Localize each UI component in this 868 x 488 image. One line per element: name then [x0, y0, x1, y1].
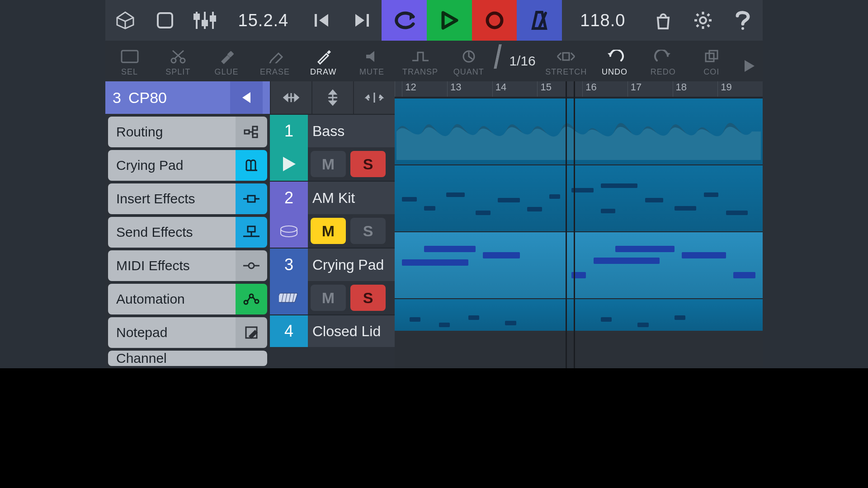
- midi-icon[interactable]: [236, 250, 267, 281]
- track-header-column: 1 Bass M S 2 AM Kit: [270, 81, 395, 368]
- inspector-instrument-row[interactable]: Crying Pad: [108, 150, 267, 181]
- project-menu-button[interactable]: [105, 0, 145, 41]
- loop-end-marker[interactable]: [574, 81, 575, 368]
- automation-icon[interactable]: [236, 284, 267, 314]
- quantize-value[interactable]: 1/16: [503, 53, 542, 77]
- select-tool[interactable]: SEL: [105, 46, 154, 77]
- svg-rect-4: [203, 21, 207, 25]
- svg-rect-2: [194, 14, 199, 19]
- stretch-tool[interactable]: STRETCH: [542, 46, 590, 77]
- svg-line-41: [253, 297, 255, 300]
- svg-rect-13: [122, 51, 138, 62]
- song-position[interactable]: 15.2.4: [225, 11, 302, 30]
- inspector-automation-row[interactable]: Automation: [108, 284, 267, 314]
- track-name[interactable]: AM Kit: [308, 182, 395, 214]
- inspector-channel-row[interactable]: Channel: [108, 351, 267, 366]
- play-tool[interactable]: [736, 55, 763, 77]
- transport-bar: 15.2.4 118.0: [105, 0, 763, 41]
- settings-button[interactable]: [683, 0, 723, 41]
- svg-line-16: [175, 51, 184, 59]
- svg-rect-26: [253, 127, 257, 130]
- svg-rect-27: [253, 134, 257, 137]
- horizontal-zoom-button[interactable]: [270, 81, 311, 114]
- copy-button[interactable]: COI: [687, 46, 736, 77]
- step-icon: [396, 46, 444, 67]
- stop-button[interactable]: [145, 0, 185, 41]
- split-tool[interactable]: SPLIT: [154, 46, 202, 77]
- track-play-icon[interactable]: [270, 147, 308, 181]
- svg-point-12: [741, 27, 744, 30]
- loop-start-marker[interactable]: [566, 81, 567, 368]
- inspector-send-effects-row[interactable]: Send Effects: [108, 217, 267, 248]
- insert-icon[interactable]: [236, 183, 267, 214]
- mute-button[interactable]: M: [311, 151, 346, 177]
- inspector-notepad-row[interactable]: Notepad: [108, 317, 267, 348]
- prev-marker-button[interactable]: [302, 0, 342, 41]
- svg-rect-29: [248, 196, 255, 202]
- lane-amkit[interactable]: [395, 164, 763, 231]
- loop-button[interactable]: [382, 0, 427, 41]
- toolbar-divider: [494, 44, 502, 69]
- redo-icon: [639, 46, 687, 67]
- redo-button[interactable]: REDO: [639, 46, 687, 77]
- record-button[interactable]: [472, 0, 517, 41]
- inspector-panel: 3 CP80 Routing Crying Pad Insert Effects…: [105, 81, 270, 368]
- track-header-2[interactable]: 2 AM Kit M S: [270, 181, 395, 248]
- next-marker-button[interactable]: [342, 0, 382, 41]
- track-name[interactable]: Closed Lid: [308, 315, 395, 347]
- glue-tool[interactable]: GLUE: [202, 46, 250, 77]
- copy-icon: [687, 46, 736, 67]
- svg-line-40: [247, 297, 250, 301]
- eraser-icon: [251, 46, 299, 67]
- mixer-button[interactable]: [185, 0, 225, 41]
- send-icon[interactable]: [236, 217, 267, 248]
- track-name[interactable]: Crying Pad: [308, 249, 395, 281]
- inspector-routing-row[interactable]: Routing: [108, 117, 267, 147]
- arrange-area[interactable]: 12 13 14 15 16 17 18 19: [395, 81, 763, 368]
- lane-closed-lid[interactable]: [395, 298, 763, 331]
- track-header-4[interactable]: 4 Closed Lid: [270, 314, 395, 347]
- drum-icon: [270, 214, 308, 248]
- routing-icon[interactable]: [236, 117, 267, 147]
- inspector-insert-effects-row[interactable]: Insert Effects: [108, 183, 267, 214]
- inspector-header[interactable]: 3 CP80: [105, 81, 270, 114]
- solo-button[interactable]: S: [350, 218, 386, 244]
- quantize-tool[interactable]: QUANT: [444, 46, 493, 77]
- notepad-icon[interactable]: [236, 317, 267, 348]
- svg-rect-6: [211, 16, 215, 21]
- scissors-icon: [154, 46, 202, 67]
- track-header-3[interactable]: 3 Crying Pad M S: [270, 248, 395, 314]
- transpose-tool[interactable]: TRANSP: [396, 46, 444, 77]
- track-header-1[interactable]: 1 Bass M S: [270, 114, 395, 181]
- mute-button[interactable]: M: [311, 285, 346, 311]
- erase-tool[interactable]: ERASE: [251, 46, 299, 77]
- solo-button[interactable]: S: [350, 151, 386, 177]
- help-button[interactable]: [723, 0, 763, 41]
- mute-tool[interactable]: MUTE: [348, 46, 396, 77]
- store-button[interactable]: [643, 0, 683, 41]
- svg-point-9: [487, 13, 502, 28]
- inspector-collapse-button[interactable]: [230, 81, 263, 114]
- pencil-icon: [299, 46, 348, 67]
- undo-button[interactable]: UNDO: [590, 46, 639, 77]
- speaker-icon: [348, 46, 396, 67]
- keyboard-icon: [270, 281, 308, 314]
- play-button[interactable]: [427, 0, 472, 41]
- metronome-button[interactable]: [517, 0, 562, 41]
- draw-tool[interactable]: DRAW: [299, 46, 348, 77]
- audio-waveform: [396, 103, 761, 160]
- svg-rect-0: [158, 13, 172, 28]
- solo-button[interactable]: S: [350, 285, 386, 311]
- glue-icon: [202, 46, 250, 67]
- lane-bass[interactable]: [395, 98, 763, 164]
- track-name[interactable]: Bass: [308, 115, 395, 147]
- quantize-icon: [444, 46, 493, 67]
- inspector-midi-effects-row[interactable]: MIDI Effects: [108, 250, 267, 281]
- auto-zoom-button[interactable]: [353, 81, 395, 114]
- tempo-display[interactable]: 118.0: [562, 11, 643, 30]
- vertical-zoom-button[interactable]: [311, 81, 353, 114]
- piano-icon[interactable]: [236, 150, 267, 181]
- lane-crying-pad[interactable]: [395, 231, 763, 298]
- bar-ruler[interactable]: 12 13 14 15 16 17 18 19: [395, 81, 763, 98]
- mute-button[interactable]: M: [311, 218, 346, 244]
